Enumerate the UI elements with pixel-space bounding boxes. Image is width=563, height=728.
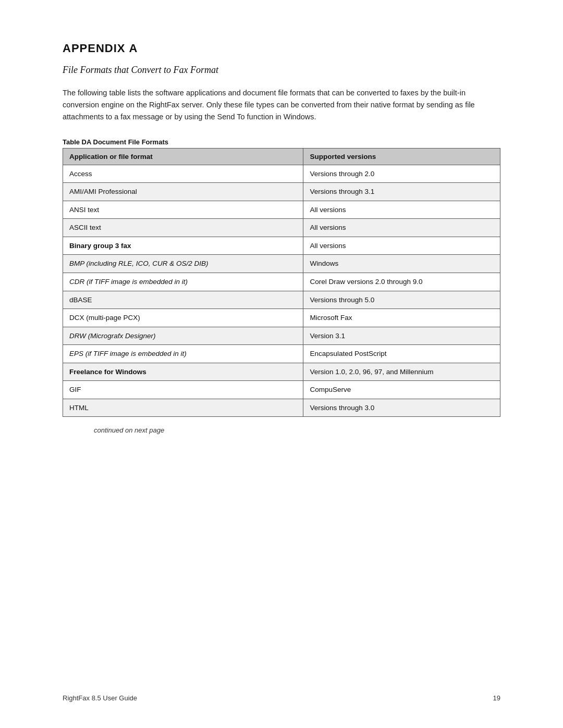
table-row: DRW (Micrografx Designer)Version 3.1 [63,327,500,345]
table-cell-app: DCX (multi-page PCX) [63,309,303,327]
table-row: AMI/AMI ProfessionalVersions through 3.1 [63,183,500,201]
table-cell-app: Binary group 3 fax [63,237,303,255]
table-cell-app: BMP (including RLE, ICO, CUR & OS/2 DIB) [63,255,303,273]
page: Appendix A File Formats that Convert to … [0,0,563,728]
table-cell-app: ASCII text [63,219,303,237]
continued-text: continued on next page [94,426,500,434]
table-row: DCX (multi-page PCX)Microsoft Fax [63,309,500,327]
table-cell-ver: All versions [303,201,500,219]
intro-paragraph: The following table lists the software a… [63,87,500,124]
footer-left: RightFax 8.5 User Guide [63,694,137,702]
header-app: Application or file format [63,148,303,165]
table-cell-app: HTML [63,399,303,417]
table-cell-app: GIF [63,381,303,399]
table-cell-ver: Versions through 3.1 [303,183,500,201]
footer-right: 19 [493,694,500,702]
section-subtitle: File Formats that Convert to Fax Format [63,65,500,76]
table-cell-ver: Versions through 2.0 [303,165,500,183]
table-cell-app: Freelance for Windows [63,363,303,381]
table-caption: Table DA Document File Formats [63,138,500,146]
table-row: GIFCompuServe [63,381,500,399]
table-cell-app: AMI/AMI Professional [63,183,303,201]
table-cell-ver: Encapsulated PostScript [303,345,500,363]
appendix-title: Appendix A [63,42,500,55]
table-cell-ver: Windows [303,255,500,273]
table-row: Binary group 3 faxAll versions [63,237,500,255]
appendix-letter: A [129,42,138,55]
table-row: CDR (if TIFF image is embedded in it)Cor… [63,273,500,291]
appendix-prefix: Appendix [63,42,129,55]
table-cell-app: CDR (if TIFF image is embedded in it) [63,273,303,291]
table-row: ASCII textAll versions [63,219,500,237]
table-cell-app: Access [63,165,303,183]
table-cell-ver: Versions through 3.0 [303,399,500,417]
table-cell-ver: Versions through 5.0 [303,291,500,309]
table-header-row: Application or file format Supported ver… [63,148,500,165]
table-row: AccessVersions through 2.0 [63,165,500,183]
table-cell-ver: All versions [303,237,500,255]
table-cell-app: DRW (Micrografx Designer) [63,327,303,345]
page-footer: RightFax 8.5 User Guide 19 [63,694,500,702]
table-row: BMP (including RLE, ICO, CUR & OS/2 DIB)… [63,255,500,273]
table-cell-app: EPS (if TIFF image is embedded in it) [63,345,303,363]
table-row: dBASEVersions through 5.0 [63,291,500,309]
table-cell-ver: Version 3.1 [303,327,500,345]
table-row: EPS (if TIFF image is embedded in it)Enc… [63,345,500,363]
table-cell-app: dBASE [63,291,303,309]
file-formats-table: Application or file format Supported ver… [63,148,500,417]
header-ver: Supported versions [303,148,500,165]
table-row: Freelance for WindowsVersion 1.0, 2.0, 9… [63,363,500,381]
table-cell-ver: Corel Draw versions 2.0 through 9.0 [303,273,500,291]
table-row: ANSI textAll versions [63,201,500,219]
table-cell-ver: All versions [303,219,500,237]
table-cell-app: ANSI text [63,201,303,219]
table-row: HTMLVersions through 3.0 [63,399,500,417]
table-cell-ver: CompuServe [303,381,500,399]
table-cell-ver: Microsoft Fax [303,309,500,327]
table-cell-ver: Version 1.0, 2.0, 96, 97, and Millennium [303,363,500,381]
